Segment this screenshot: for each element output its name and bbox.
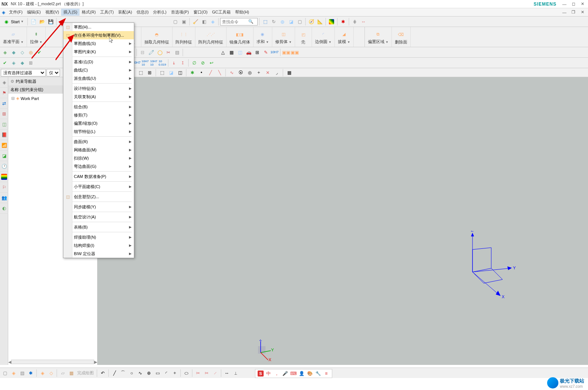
dd-item-6[interactable]: 曲线(C)▶	[63, 66, 134, 74]
flt-c[interactable]: ⬚	[158, 69, 166, 77]
tab-9[interactable]: 🕐	[0, 161, 8, 172]
ribbon-datum-plane[interactable]: ▱ 基准平面 ▼	[0, 27, 27, 47]
bt-arc[interactable]: ⌒	[119, 369, 127, 377]
flt-br[interactable]: ◞	[273, 69, 281, 77]
tb2-car[interactable]: 🚗	[244, 48, 253, 57]
menu-analysis[interactable]: 分析(L)	[151, 9, 168, 16]
tb2-tri[interactable]: △	[219, 48, 227, 57]
tab-7[interactable]: 📶	[0, 140, 8, 151]
selection-filter[interactable]: 没有选择过滤器	[1, 69, 46, 76]
dd-item-26[interactable]: ◫创意塑型(Z)...	[63, 193, 134, 201]
tab-12[interactable]: 👥	[0, 193, 8, 203]
tb3-r2[interactable]: ⫱	[178, 59, 187, 67]
menu-info[interactable]: 信息(I)	[134, 9, 151, 16]
menu-edit[interactable]: 编辑(E)	[25, 9, 43, 16]
search-input[interactable]	[222, 19, 248, 24]
tb2-c[interactable]: ◇	[18, 48, 26, 57]
dd-item-24[interactable]: 小平面建模(C)▶	[63, 182, 134, 191]
bt-trim3[interactable]: ⟋	[211, 369, 219, 377]
save-button[interactable]: 💾	[46, 18, 55, 26]
ime-tool-icon[interactable]: 🔧	[315, 370, 321, 377]
doc-restore[interactable]: ❐	[569, 9, 578, 16]
ime-comma[interactable]: ，	[273, 370, 280, 377]
tab-5[interactable]: ◫	[0, 119, 8, 130]
tb2-d[interactable]: ◎	[27, 48, 35, 57]
flt-circ[interactable]: ◎	[246, 69, 254, 77]
dd-item-5[interactable]: 基准/点(D)▶	[63, 58, 134, 66]
bt-b[interactable]: ◈	[9, 369, 18, 377]
dd-item-14[interactable]: 偏置/缩放(O)▶	[63, 119, 134, 127]
tb2-dim[interactable]: 10H7	[270, 48, 279, 57]
tab-1[interactable]: ◈	[0, 77, 8, 88]
bt-line[interactable]: ╱	[110, 369, 118, 377]
primitive-button[interactable]: ◍	[278, 18, 286, 26]
bt-shape[interactable]: ⬭	[182, 369, 190, 377]
flt-pt[interactable]: •	[197, 69, 206, 77]
tb3-c1[interactable]: ∅	[190, 59, 198, 67]
bt-pt[interactable]: ⊕	[145, 369, 153, 377]
tb2-boxes1[interactable]: ▣▣	[282, 48, 290, 57]
tb2-k[interactable]: ▤	[173, 48, 181, 57]
tb3-c[interactable]: ⊞	[27, 59, 35, 67]
ribbon-fillet[interactable]: ◜ 边倒圆 ▼	[312, 27, 335, 47]
tb2-pen[interactable]: ✎	[262, 48, 270, 57]
mark-button[interactable]: ◧	[200, 18, 208, 26]
tool-btn-a[interactable]: ▢	[171, 18, 179, 26]
ribbon-pattern-geom[interactable]: ⋰⋰ 阵列几何特征	[195, 27, 226, 47]
tab-13[interactable]: ◐	[0, 203, 8, 214]
tb3-c2[interactable]: ⊘	[199, 59, 207, 67]
ime-skin-icon[interactable]: 🎨	[306, 370, 313, 377]
flt-d[interactable]: ◫	[176, 69, 184, 77]
minimize-button[interactable]: —	[560, 1, 568, 7]
tb2-a[interactable]: ◈	[1, 48, 9, 57]
start-button[interactable]: ◉ Start ▼	[1, 18, 26, 26]
ribbon-extract[interactable]: ◓ 抽取几何特征	[141, 27, 172, 47]
rotate-button[interactable]: ↻	[270, 18, 278, 26]
tb2-box2[interactable]: ◫	[236, 48, 244, 57]
dim-button[interactable]: ↔	[359, 18, 368, 26]
dd-item-3[interactable]: 草图约束(K)▶	[63, 48, 134, 56]
ribbon-delete-face[interactable]: ⌫ 删除面	[392, 27, 411, 47]
bt-fill[interactable]: ◜	[162, 369, 170, 377]
doc-close[interactable]: ✕	[578, 9, 586, 16]
tool-btn-b[interactable]: ▣	[180, 18, 188, 26]
menu-format[interactable]: 格式(R)	[80, 9, 98, 16]
menu-tools[interactable]: 工具(T)	[98, 9, 116, 16]
dd-item-13[interactable]: 修剪(T)▶	[63, 111, 134, 119]
flt-x[interactable]: ✕	[264, 69, 272, 77]
ime-mic-icon[interactable]: 🎤	[282, 370, 288, 377]
menu-gctoolbox[interactable]: GC工具箱	[210, 9, 233, 16]
tb2-b[interactable]: ◆	[9, 48, 18, 57]
flt-a[interactable]: ⬚	[136, 69, 145, 77]
ribbon-trim[interactable]: ◫ 修剪体 ▼	[272, 27, 295, 47]
search-command[interactable]: 🔍	[220, 18, 258, 25]
dim-5[interactable]: 100.019	[158, 59, 166, 67]
dd-item-19[interactable]: 扫掠(W)▶	[63, 154, 134, 162]
tab-6[interactable]: 📕	[0, 130, 8, 140]
axis-button[interactable]: ✱	[339, 18, 347, 26]
dd-item-36[interactable]: BIW 定位器▶	[63, 250, 134, 258]
menu-prefs[interactable]: 首选项(P)	[169, 9, 191, 16]
bt-rect[interactable]: ▭	[153, 369, 162, 377]
bt-plus[interactable]: ＋	[171, 369, 179, 377]
tb2-g[interactable]: ⊟	[138, 48, 147, 57]
viewport[interactable]: Z Y X Z Y X	[98, 77, 588, 365]
dd-item-20[interactable]: 弯边曲面(G)▶	[63, 162, 134, 170]
tab-2[interactable]: ⚑	[0, 88, 8, 98]
dd-item-22[interactable]: CAM 数据准备(P)▶	[63, 172, 134, 181]
face-button[interactable]: ▢	[296, 18, 304, 26]
flt-curve[interactable]: ∿	[228, 69, 236, 77]
tb2-win[interactable]: ⊞	[253, 48, 261, 57]
flt-grid[interactable]: ▦	[285, 69, 293, 77]
eraser-button[interactable]: 🧹	[191, 18, 200, 26]
ime-chinese[interactable]: 中	[265, 370, 272, 377]
bt-undo[interactable]: ↶	[99, 369, 107, 377]
dd-item-17[interactable]: 曲面(R)▶	[63, 137, 134, 146]
tb3-b[interactable]: ◆	[18, 59, 26, 67]
bt-trim1[interactable]: ✂	[194, 369, 202, 377]
flt-plus[interactable]: ＋	[255, 69, 263, 77]
flt-axes[interactable]: ✱	[188, 69, 196, 77]
dd-item-9[interactable]: 设计特征(E)▶	[63, 84, 134, 93]
dd-item-12[interactable]: 组合(B)▶	[63, 103, 134, 111]
tb2-i[interactable]: ◯	[156, 48, 164, 57]
